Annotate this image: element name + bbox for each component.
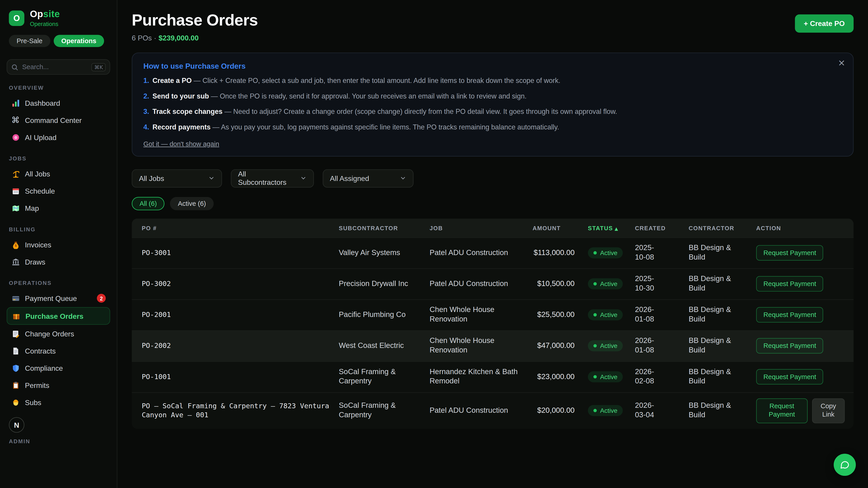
sidebar-item-schedule[interactable]: Schedule [6,183,110,199]
status-dot [593,409,597,412]
svg-text:$: $ [14,243,16,247]
chip-all[interactable]: All (6) [132,197,164,210]
filter-bar: All Jobs All Subcontractors All Assigned [132,169,854,187]
shield-icon [11,363,20,372]
column-header-created[interactable]: CREATED [635,224,689,231]
search-icon [11,63,18,70]
sidebar-item-all-jobs[interactable]: All Jobs [6,165,110,182]
package-icon [11,312,20,320]
banner-step-2: 2.Send to your sub — Once the PO is read… [143,91,842,101]
sidebar-item-map[interactable]: Map [6,200,110,216]
sidebar-item-compliance[interactable]: Compliance [6,360,110,376]
tab-operations[interactable]: Operations [54,35,104,47]
user-avatar[interactable]: N [9,417,24,433]
dismiss-banner-link[interactable]: Got it — don't show again [143,140,219,147]
created-cell: 2026-01-08 [635,305,672,324]
table-row[interactable]: PO – SoCal Framing & Carpentry – 7823 Ve… [132,392,854,429]
sidebar-item-ai-upload[interactable]: AI Upload [6,129,110,145]
money-icon: $ [11,240,20,249]
bank-icon [11,257,20,266]
sort-asc-icon: ▲ [615,226,618,231]
main-content: Purchase Orders 6 POs·$239,000.00 + Crea… [117,0,868,488]
dashboard-icon [11,98,20,107]
table-row[interactable]: PO-3002 Precision Drywall Inc Patel ADU … [132,268,854,299]
subcontractor-cell: Valley Air Systems [339,248,430,258]
column-header-job[interactable]: JOB [430,224,532,231]
table-row[interactable]: PO-2001 Pacific Plumbing Co Chen Whole H… [132,299,854,330]
banner-step-1: 1.Create a PO — Click + Create PO, selec… [143,76,842,86]
chevron-down-icon [400,175,406,182]
status-dot [593,282,597,286]
app-root: O Opsite Operations Pre-Sale Operations … [0,0,868,488]
brand-subtitle: Operations [30,21,60,27]
column-header-status[interactable]: STATUS▲ [588,224,635,231]
map-icon [11,203,20,213]
jobs-filter-dropdown[interactable]: All Jobs [132,169,222,187]
sidebar-item-draws[interactable]: Draws [6,254,110,270]
chevron-down-icon [300,175,307,182]
sidebar-item-command-center[interactable]: ⌘ Command Center [6,112,110,128]
calendar-icon [11,186,20,195]
po-number: PO-1001 [142,372,339,381]
contractor-cell: BB Design & Build [689,274,756,293]
chip-active[interactable]: Active (6) [170,197,214,210]
column-header-amount[interactable]: AMOUNT [532,224,588,231]
request-payment-button[interactable]: Request Payment [756,307,823,323]
po-number: PO-2002 [142,341,339,350]
worker-icon [11,398,20,407]
amount-cell: $113,000.00 [532,248,588,258]
request-payment-button[interactable]: Request Payment [756,276,823,292]
amount-cell: $20,000.00 [532,406,588,415]
assigned-filter-dropdown[interactable]: All Assigned [323,169,414,187]
amount-cell: $23,000.00 [532,372,588,381]
column-header-contractor[interactable]: CONTRACTOR [689,224,756,231]
create-po-button[interactable]: + Create PO [795,14,854,33]
request-payment-button[interactable]: Request Payment [756,369,823,385]
sidebar-item-dashboard[interactable]: Dashboard [6,95,110,111]
column-header-po[interactable]: PO # [142,224,339,231]
sidebar-item-payment-queue[interactable]: Payment Queue 2 [6,290,110,306]
ai-upload-icon [11,133,20,142]
request-payment-button[interactable]: Request Payment [756,398,807,423]
created-cell: 2025-10-08 [635,243,672,262]
logo-letter: O [13,13,20,23]
sidebar-item-purchase-orders[interactable]: Purchase Orders [6,307,110,325]
sidebar-item-change-orders[interactable]: Change Orders [6,325,110,342]
sidebar-item-contracts[interactable]: Contracts [6,343,110,359]
subcontractors-filter-dropdown[interactable]: All Subcontractors [231,169,314,187]
column-header-subcontractor[interactable]: SUBCONTRACTOR [339,224,430,231]
search-box[interactable]: ⌘K [6,59,110,75]
close-icon[interactable]: × [838,59,845,68]
po-summary: 6 POs·$239,000.00 [132,34,258,42]
po-count: 6 POs [132,34,152,42]
status-badge: Active [588,405,623,416]
search-input[interactable] [22,63,88,71]
copy-link-button[interactable]: Copy Link [812,398,845,423]
job-cell: Patel ADU Construction [430,406,532,415]
tab-pre-sale[interactable]: Pre-Sale [9,35,50,47]
amount-cell: $10,500.00 [532,279,588,289]
sidebar-item-subs[interactable]: Subs [6,394,110,411]
banner-step-4: 4.Record payments — As you pay your sub,… [143,123,842,132]
po-total-amount: $239,000.00 [159,34,199,42]
sidebar-item-invoices[interactable]: $ Invoices [6,236,110,253]
status-badge: Active [588,371,623,383]
request-payment-button[interactable]: Request Payment [756,245,823,261]
status-dot [593,375,597,379]
subcontractor-cell: West Coast Electric [339,341,430,350]
amount-cell: $25,500.00 [532,310,588,320]
status-dot [593,251,597,255]
table-row[interactable]: PO-2002 West Coast Electric Chen Whole H… [132,330,854,361]
contractor-cell: BB Design & Build [689,336,756,355]
brand: O Opsite Operations [6,9,110,27]
chat-button[interactable] [834,454,856,476]
contractor-cell: BB Design & Build [689,401,756,420]
sidebar-item-permits[interactable]: Permits [6,377,110,393]
job-cell: Hernandez Kitchen & Bath Remodel [430,367,532,386]
subcontractor-cell: SoCal Framing & Carpentry [339,401,430,420]
table-row[interactable]: PO-1001 SoCal Framing & Carpentry Hernan… [132,361,854,392]
request-payment-button[interactable]: Request Payment [756,338,823,354]
created-cell: 2026-03-04 [635,401,672,420]
status-badge: Active [588,278,623,289]
table-row[interactable]: PO-3001 Valley Air Systems Patel ADU Con… [132,237,854,268]
